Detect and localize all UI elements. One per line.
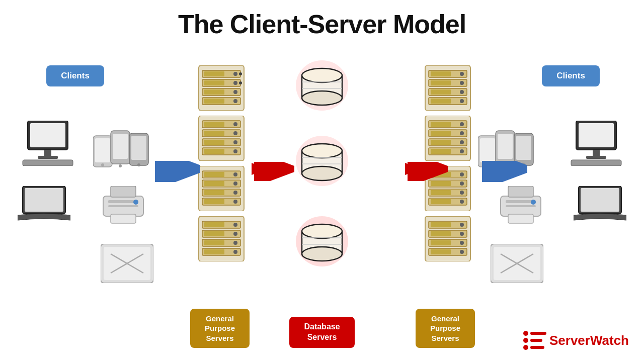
svg-point-122 [460,122,464,126]
svg-rect-140 [431,190,451,195]
blue-arrow-left [155,161,200,182]
svg-rect-124 [431,131,451,136]
label-gp-right: General Purpose Servers [416,309,475,348]
db-icon-1 [294,60,350,111]
svg-point-118 [460,99,464,103]
svg-rect-27 [480,138,495,162]
svg-point-102 [233,241,237,245]
svg-rect-39 [571,160,621,166]
svg-point-154 [460,241,464,245]
svg-rect-98 [204,231,224,236]
gp-server-left-4 [196,216,247,261]
svg-rect-8 [95,138,110,162]
svg-rect-143 [431,199,451,204]
logo-icon [523,331,546,350]
svg-point-60 [239,81,242,84]
svg-rect-37 [593,150,600,156]
svg-rect-43 [508,186,533,197]
svg-point-73 [233,131,237,135]
logo-dot-3 [523,345,528,350]
page-title: The Client-Server Model [0,0,644,39]
logo-bar-1 [530,332,546,335]
svg-rect-36 [579,123,614,147]
db-icon-2 [294,136,350,186]
svg-rect-62 [204,89,224,95]
svg-point-172 [302,247,342,261]
logo-text: ServerWatch [549,333,629,348]
svg-point-166 [302,166,342,181]
desktop-icon-right [569,121,624,166]
svg-rect-20 [111,214,136,223]
red-arrow-right [405,162,448,181]
svg-point-138 [460,182,464,186]
svg-point-125 [460,131,464,135]
gp-server-left-1 [196,65,247,111]
svg-rect-58 [204,80,224,85]
label-clients-right: Clients [542,65,600,86]
svg-rect-156 [431,249,451,254]
svg-rect-11 [113,134,128,159]
svg-point-21 [133,200,138,205]
svg-rect-42 [506,205,536,207]
svg-point-148 [460,223,464,227]
svg-rect-130 [431,149,451,154]
logo-bar-3 [530,346,544,349]
svg-rect-3 [38,156,58,159]
svg-point-63 [233,90,237,94]
svg-rect-19 [111,186,136,197]
gp-server-right-1 [423,65,473,111]
serverwatch-logo: ServerWatch [523,331,629,350]
gp-server-left-2 [196,116,247,161]
logo-dot-row-2 [523,338,546,343]
svg-point-161 [302,68,342,82]
svg-point-59 [233,81,237,85]
svg-point-92 [233,200,237,204]
svg-rect-82 [204,172,224,177]
svg-rect-14 [131,136,146,160]
svg-point-115 [460,90,464,94]
svg-rect-75 [204,140,224,145]
db-icon-3 [294,216,350,266]
logo-dot-1 [523,331,528,336]
tablet-icon-left [101,244,153,283]
svg-point-131 [460,149,464,153]
desktop-icon-left [20,121,75,166]
svg-point-70 [233,122,237,126]
svg-rect-150 [431,231,451,236]
svg-point-83 [233,172,237,176]
svg-rect-111 [431,80,451,85]
logo-text-black: Server [549,333,590,348]
gp-server-left-3 [196,166,247,211]
printer-icon-right [498,186,543,226]
svg-point-105 [233,250,237,254]
logo-dot-row-3 [523,345,546,350]
svg-rect-88 [204,190,224,195]
svg-rect-18 [108,205,138,207]
gp-server-right-2 [423,116,473,161]
svg-point-173 [302,224,342,238]
red-arrow-left [252,162,294,181]
svg-point-157 [460,250,464,254]
logo-text-red: Watch [590,333,629,348]
blue-arrow-right [482,161,527,182]
svg-point-167 [302,144,342,158]
svg-point-141 [460,191,464,195]
svg-rect-104 [204,249,224,254]
svg-point-15 [137,163,140,166]
svg-rect-137 [431,181,451,186]
svg-rect-85 [204,181,224,186]
label-db: Database Servers [289,317,355,348]
svg-point-89 [233,191,237,195]
logo-dot-2 [523,338,528,343]
svg-rect-117 [431,99,451,104]
svg-rect-95 [204,222,224,227]
svg-rect-147 [431,222,451,227]
svg-point-151 [460,232,464,236]
diagram-area: Clients Clients [0,50,644,359]
svg-rect-114 [431,89,451,95]
svg-point-12 [119,164,122,167]
svg-rect-108 [431,71,451,76]
logo-dot-row-1 [523,331,546,336]
svg-rect-153 [431,240,451,245]
svg-point-99 [233,232,237,236]
